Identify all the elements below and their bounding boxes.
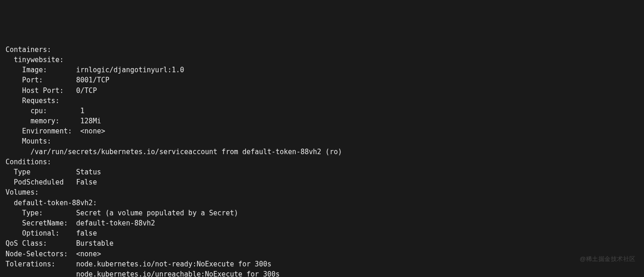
- requests-cpu: cpu: 1: [6, 107, 85, 115]
- container-image: Image: irnlogic/djangotinyurl:1.0: [6, 66, 184, 74]
- volume-name: default-token-88vh2:: [6, 199, 97, 207]
- volume-secret-name: SecretName: default-token-88vh2: [6, 219, 155, 227]
- volumes-header: Volumes:: [6, 188, 39, 196]
- mounts-header: Mounts:: [6, 137, 51, 145]
- container-host-port: Host Port: 0/TCP: [6, 87, 97, 95]
- qos-class: QoS Class: Burstable: [6, 239, 114, 248]
- conditions-columns: Type Status: [6, 168, 101, 176]
- container-port: Port: 8001/TCP: [6, 76, 109, 84]
- container-name: tinywebsite:: [6, 56, 63, 64]
- tolerations-line-2: node.kubernetes.io/unreachable:NoExecute…: [6, 270, 280, 277]
- tolerations-line-1: Tolerations: node.kubernetes.io/not-read…: [6, 260, 271, 268]
- containers-header: Containers:: [6, 46, 51, 54]
- requests-header: Requests:: [6, 97, 59, 105]
- conditions-row: PodScheduled False: [6, 178, 97, 186]
- volume-type: Type: Secret (a volume populated by a Se…: [6, 209, 238, 217]
- mounts-path: /var/run/secrets/kubernetes.io/serviceac…: [6, 148, 342, 156]
- environment-line: Environment: <none>: [6, 127, 105, 135]
- node-selectors: Node-Selectors: <none>: [6, 250, 101, 258]
- requests-memory: memory: 128Mi: [6, 117, 101, 125]
- conditions-header: Conditions:: [6, 158, 51, 166]
- volume-optional: Optional: false: [6, 229, 97, 237]
- terminal-output: Containers: tinywebsite: Image: irnlogic…: [6, 45, 638, 277]
